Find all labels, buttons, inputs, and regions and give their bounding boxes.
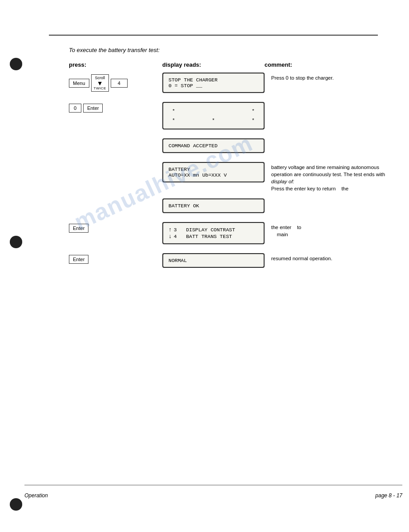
display-col-7: NORMAL (162, 253, 265, 270)
lcd-line-command: COMMAND ACCEPTED (168, 143, 258, 149)
content-area: To execute the battery transfer test: pr… (24, 40, 402, 505)
key-0: 0 (69, 104, 81, 113)
table-row: BATTERY AUTO=XX mn Ub=XXX V battery volt… (69, 162, 402, 192)
enter-key-3: Enter (69, 255, 88, 264)
lcd-menu-line1: ↑ 3 DISPLAY CONTRAST (168, 226, 258, 233)
display-col-2: * * * * * (162, 102, 265, 132)
display-col-4: BATTERY AUTO=XX mn Ub=XXX V (162, 162, 265, 185)
comment-5 (265, 198, 389, 200)
table-row: COMMAND ACCEPTED (69, 138, 402, 156)
comment-4: battery voltage and time remaining auton… (265, 162, 389, 192)
lcd-line-1: STOP THE CHARGER (168, 77, 258, 83)
lcd-display-3: COMMAND ACCEPTED (162, 138, 265, 153)
table-row: 0 Enter * * * * * (69, 102, 402, 132)
press-col-5 (69, 198, 162, 200)
press-col-7: Enter (69, 253, 162, 264)
press-col-4 (69, 162, 162, 164)
table-row: Menu Scroll ▼ TWICE 4 STOP THE CHARGER 0… (69, 73, 402, 96)
lcd-battery-line2: AUTO=XX mn Ub=XXX V (168, 172, 258, 178)
top-rule (49, 35, 378, 36)
press-col-6: Enter (69, 222, 162, 233)
display-col-6: ↑ 3 DISPLAY CONTRAST ↓ 4 BATT TRANS TEST (162, 222, 265, 247)
lcd-display-7: NORMAL (162, 253, 265, 268)
intro-text: To execute the battery transfer test: (69, 47, 402, 53)
press-col-3 (69, 138, 162, 140)
enter-key-1: Enter (83, 104, 103, 113)
lcd-display-5: BATTERY OK (162, 198, 265, 213)
menu-key: Menu (69, 79, 89, 88)
col-header-press: press: (69, 61, 162, 68)
comment-6: the enter to main (265, 222, 389, 238)
scroll-key: Scroll ▼ TWICE (91, 74, 109, 92)
lcd-stars-1: * * (168, 106, 258, 116)
lcd-stars-2: * * * (168, 116, 258, 125)
comment-3 (265, 138, 389, 140)
enter-key-2: Enter (69, 224, 88, 233)
column-headers: press: display reads: comment: (69, 61, 402, 68)
lcd-line-2: 0 = STOP __ (168, 83, 258, 89)
display-col-3: COMMAND ACCEPTED (162, 138, 265, 156)
lcd-normal: NORMAL (168, 258, 258, 263)
display-col-1: STOP THE CHARGER 0 = STOP __ (162, 73, 265, 96)
comment-2 (265, 102, 389, 104)
key-4: 4 (111, 79, 128, 88)
col-header-display: display reads: (162, 61, 265, 68)
table-row: Enter NORMAL resumed normal operation. (69, 253, 402, 270)
table-row: BATTERY OK (69, 198, 402, 216)
comment-7: resumed normal operation. (265, 253, 389, 262)
footer: Operation page 8 - 17 (24, 492, 402, 499)
press-col-1: Menu Scroll ▼ TWICE 4 (69, 73, 162, 92)
footer-left: Operation (24, 492, 48, 499)
col-header-comment: comment: (265, 61, 389, 68)
hole-top (10, 58, 22, 70)
lcd-display-6: ↑ 3 DISPLAY CONTRAST ↓ 4 BATT TRANS TEST (162, 222, 265, 244)
display-col-5: BATTERY OK (162, 198, 265, 216)
lcd-display-4: BATTERY AUTO=XX mn Ub=XXX V (162, 162, 265, 182)
press-col-2: 0 Enter (69, 102, 162, 113)
footer-right: page 8 - 17 (375, 492, 402, 499)
lcd-display-1: STOP THE CHARGER 0 = STOP __ (162, 73, 265, 93)
lcd-battery-ok: BATTERY OK (168, 203, 258, 209)
lcd-display-2: * * * * * (162, 102, 265, 129)
hole-middle (10, 236, 22, 248)
instruction-rows: Menu Scroll ▼ TWICE 4 STOP THE CHARGER 0… (69, 73, 402, 270)
hole-bottom (10, 498, 22, 511)
comment-1: Press 0 to stop the charger. (265, 73, 389, 81)
table-row: Enter ↑ 3 DISPLAY CONTRAST ↓ 4 BATT TRAN… (69, 222, 402, 247)
lcd-battery-line1: BATTERY (168, 166, 258, 172)
lcd-menu-line2: ↓ 4 BATT TRANS TEST (168, 233, 258, 240)
